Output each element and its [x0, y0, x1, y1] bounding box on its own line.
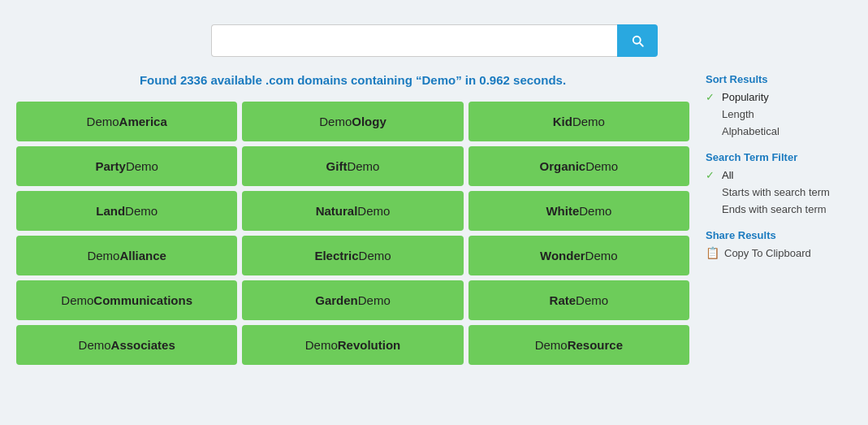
- filter-item[interactable]: Starts with search term: [706, 185, 852, 199]
- domain-cell[interactable]: ElectricDemo: [242, 236, 463, 275]
- domain-cell[interactable]: DemoRevolution: [242, 325, 463, 365]
- share-title: Share Results: [706, 229, 852, 241]
- domain-cell[interactable]: WonderDemo: [469, 236, 689, 275]
- sidebar: Sort Results ✓PopularityLengthAlphabetic…: [706, 73, 852, 365]
- domain-cell[interactable]: DemoOlogy: [242, 102, 463, 141]
- content-area: Found 2336 available .com domains contai…: [16, 73, 852, 365]
- domain-cell[interactable]: NaturalDemo: [242, 191, 463, 231]
- search-bar-container: demo: [16, 24, 852, 57]
- sort-item-label: Popularity: [722, 91, 769, 103]
- results-summary: Found 2336 available .com domains contai…: [16, 73, 689, 87]
- filter-item-label: Ends with search term: [722, 203, 827, 215]
- sort-item[interactable]: ✓Popularity: [706, 90, 852, 104]
- sort-item[interactable]: Length: [706, 107, 852, 121]
- domain-cell[interactable]: RateDemo: [469, 280, 689, 320]
- sort-title: Sort Results: [706, 73, 852, 85]
- sort-section: Sort Results ✓PopularityLengthAlphabetic…: [706, 73, 852, 138]
- page-wrapper: demo Found 2336 available .com domains c…: [0, 0, 868, 381]
- filter-section: Search Term Filter ✓AllStarts with searc…: [706, 151, 852, 216]
- copy-label: Copy To Clipboard: [724, 247, 811, 259]
- domain-cell[interactable]: DemoCommunications: [16, 280, 237, 320]
- domain-cell[interactable]: DemoResource: [469, 325, 689, 365]
- domain-cell[interactable]: OrganicDemo: [469, 146, 689, 186]
- domain-cell[interactable]: DemoAmerica: [16, 102, 237, 141]
- sort-item-label: Length: [722, 108, 754, 120]
- check-icon: ✓: [706, 91, 717, 103]
- domain-grid: DemoAmericaDemoOlogyKidDemoPartyDemoGift…: [16, 102, 689, 365]
- main-content: Found 2336 available .com domains contai…: [16, 73, 689, 365]
- filter-item-label: All: [722, 169, 733, 181]
- share-section: Share Results 📋 Copy To Clipboard: [706, 229, 852, 259]
- domain-cell[interactable]: WhiteDemo: [469, 191, 689, 231]
- domain-cell[interactable]: GiftDemo: [242, 146, 463, 186]
- search-input[interactable]: demo: [211, 24, 617, 57]
- filter-item-label: Starts with search term: [722, 186, 830, 198]
- search-icon: [630, 33, 645, 48]
- sort-item-label: Alphabetical: [722, 125, 779, 137]
- filter-item[interactable]: ✓All: [706, 168, 852, 182]
- filter-title: Search Term Filter: [706, 151, 852, 163]
- copy-to-clipboard-button[interactable]: 📋 Copy To Clipboard: [706, 246, 852, 259]
- domain-cell[interactable]: DemoAlliance: [16, 236, 237, 275]
- domain-cell[interactable]: KidDemo: [469, 102, 689, 141]
- filter-item[interactable]: Ends with search term: [706, 202, 852, 216]
- sort-item[interactable]: Alphabetical: [706, 124, 852, 138]
- clipboard-icon: 📋: [706, 246, 719, 259]
- check-icon: ✓: [706, 169, 717, 181]
- domain-cell[interactable]: DemoAssociates: [16, 325, 237, 365]
- domain-cell[interactable]: LandDemo: [16, 191, 237, 231]
- domain-cell[interactable]: PartyDemo: [16, 146, 237, 186]
- search-button[interactable]: [617, 24, 658, 57]
- domain-cell[interactable]: GardenDemo: [242, 280, 463, 320]
